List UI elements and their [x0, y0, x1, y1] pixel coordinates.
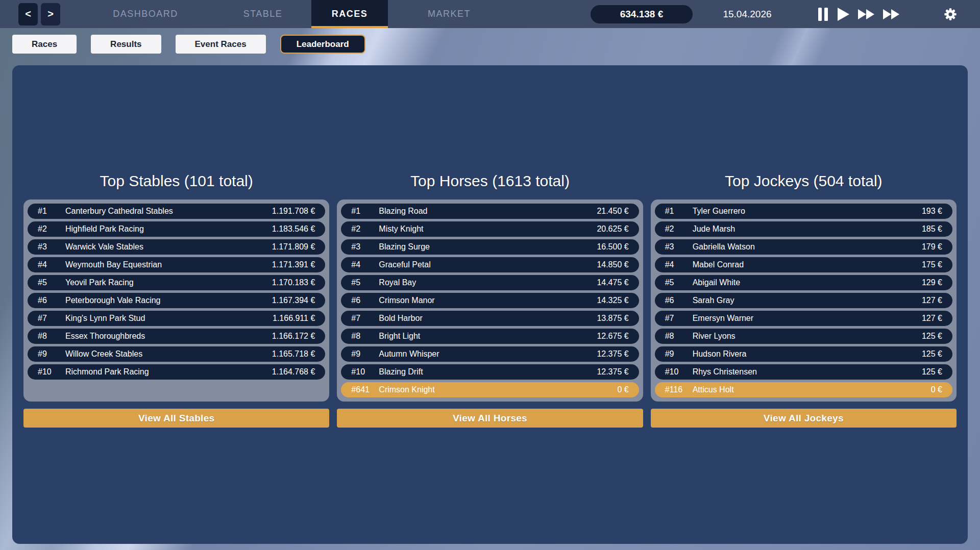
list-item[interactable]: #4Graceful Petal14.850 €	[341, 257, 639, 272]
list-item[interactable]: #5Yeovil Park Racing1.170.183 €	[28, 275, 325, 290]
subnav-event-races-button[interactable]: Event Races	[176, 35, 266, 54]
tab-dashboard[interactable]: DASHBOARD	[77, 0, 214, 28]
list-item[interactable]: #10Rhys Christensen125 €	[655, 364, 952, 380]
top-jockeys-list: #1Tyler Guerrero193 €#2Jude Marsh185 €#3…	[651, 199, 957, 402]
entry-name: Autumn Whisper	[379, 349, 593, 359]
top-stables-list: #1Canterbury Cathedral Stables1.191.708 …	[23, 199, 329, 402]
entry-name: Atticus Holt	[693, 385, 927, 394]
entry-value: 185 €	[922, 224, 942, 234]
entry-name: Canterbury Cathedral Stables	[65, 207, 268, 216]
pause-icon[interactable]	[818, 7, 829, 21]
entry-value: 20.625 €	[597, 224, 628, 234]
rank-label: #4	[665, 260, 693, 269]
top-horses-list: #1Blazing Road21.450 €#2Misty Knight20.6…	[337, 199, 643, 402]
list-item[interactable]: #1Canterbury Cathedral Stables1.191.708 …	[28, 204, 325, 219]
entry-value: 14.475 €	[597, 278, 628, 287]
play-icon[interactable]	[837, 7, 850, 21]
top-stables-title: Top Stables (101 total)	[23, 172, 329, 190]
leaderboard-panel: Top Stables (101 total) #1Canterbury Cat…	[12, 65, 968, 544]
list-item[interactable]: #5Royal Bay14.475 €	[341, 275, 639, 290]
list-item[interactable]: #9Hudson Rivera125 €	[655, 346, 952, 362]
list-item[interactable]: #5Abigail White129 €	[655, 275, 952, 290]
view-all-horses-button[interactable]: View All Horses	[337, 409, 643, 428]
entry-name: Gabriella Watson	[693, 242, 918, 252]
list-item[interactable]: #6Crimson Manor14.325 €	[341, 293, 639, 308]
entry-name: Sarah Gray	[693, 296, 918, 305]
subnav-races-button[interactable]: Races	[12, 35, 77, 54]
list-item[interactable]: #7Emersyn Warner127 €	[655, 311, 952, 326]
subnav-results-button[interactable]: Results	[91, 35, 161, 54]
rank-label: #4	[38, 260, 65, 269]
forward-button[interactable]: >	[41, 3, 60, 26]
view-all-stables-button[interactable]: View All Stables	[23, 409, 329, 428]
rank-label: #5	[38, 278, 65, 287]
entry-name: Misty Knight	[379, 224, 593, 234]
back-button[interactable]: <	[18, 3, 38, 26]
entry-value: 0 €	[617, 385, 628, 394]
list-item[interactable]: #8Essex Thoroughbreds1.166.172 €	[28, 329, 325, 344]
fast-forward-icon[interactable]	[857, 8, 875, 20]
list-item[interactable]: #7Bold Harbor13.875 €	[341, 311, 639, 326]
balance-display: 634.138 €	[591, 5, 693, 23]
entry-name: Weymouth Bay Equestrian	[65, 260, 268, 269]
entry-name: Highfield Park Racing	[65, 224, 268, 234]
time-controls	[818, 7, 900, 21]
entry-value: 125 €	[922, 367, 942, 377]
rank-label: #7	[665, 314, 693, 323]
entry-value: 179 €	[922, 242, 942, 252]
entry-value: 125 €	[922, 332, 942, 341]
list-item[interactable]: #1Blazing Road21.450 €	[341, 204, 639, 219]
list-item[interactable]: #2Highfield Park Racing1.183.546 €	[28, 221, 325, 237]
list-item[interactable]: #3Gabriella Watson179 €	[655, 239, 952, 255]
list-item[interactable]: #1Tyler Guerrero193 €	[655, 204, 952, 219]
list-item[interactable]: #2Misty Knight20.625 €	[341, 221, 639, 237]
entry-value: 1.171.809 €	[272, 242, 315, 252]
list-item[interactable]: #116Atticus Holt0 €	[655, 382, 952, 397]
gear-icon[interactable]	[943, 7, 958, 21]
list-item[interactable]: #4Weymouth Bay Equestrian1.171.391 €	[28, 257, 325, 272]
rank-label: #9	[38, 349, 65, 359]
list-item[interactable]: #6Sarah Gray127 €	[655, 293, 952, 308]
entry-value: 12.375 €	[597, 349, 628, 359]
topbar-right-group: 634.138 € 15.04.2026	[591, 5, 980, 23]
entry-value: 1.170.183 €	[272, 278, 315, 287]
rank-label: #6	[38, 296, 65, 305]
entry-name: Mabel Conrad	[693, 260, 918, 269]
entry-value: 1.167.394 €	[272, 296, 315, 305]
tab-stable[interactable]: STABLE	[214, 0, 311, 28]
rank-label: #10	[351, 367, 379, 377]
list-item[interactable]: #4Mabel Conrad175 €	[655, 257, 952, 272]
rank-label: #1	[38, 207, 65, 216]
fastest-forward-icon[interactable]	[883, 8, 900, 20]
list-item[interactable]: #6Peterborough Vale Racing1.167.394 €	[28, 293, 325, 308]
entry-name: Graceful Petal	[379, 260, 593, 269]
list-item[interactable]: #10Blazing Drift12.375 €	[341, 364, 639, 380]
list-item[interactable]: #641Crimson Knight0 €	[341, 382, 639, 397]
list-item[interactable]: #9Autumn Whisper12.375 €	[341, 346, 639, 362]
rank-label: #8	[351, 332, 379, 341]
tab-market[interactable]: MARKET	[388, 0, 510, 28]
entry-name: Royal Bay	[379, 278, 593, 287]
entry-value: 1.183.546 €	[272, 224, 315, 234]
list-item[interactable]: #7King's Lynn Park Stud1.166.911 €	[28, 311, 325, 326]
entry-name: Yeovil Park Racing	[65, 278, 268, 287]
list-item[interactable]: #10Richmond Park Racing1.164.768 €	[28, 364, 325, 380]
rank-label: #3	[38, 242, 65, 252]
list-item[interactable]: #8River Lyons125 €	[655, 329, 952, 344]
list-item[interactable]: #8Bright Light12.675 €	[341, 329, 639, 344]
entry-value: 1.191.708 €	[272, 207, 315, 216]
list-item[interactable]: #2Jude Marsh185 €	[655, 221, 952, 237]
subnav-leaderboard-button[interactable]: Leaderboard	[280, 35, 365, 54]
game-date: 15.04.2026	[722, 9, 773, 20]
rank-label: #9	[665, 349, 693, 359]
entry-value: 16.500 €	[597, 242, 628, 252]
rank-label: #2	[38, 224, 65, 234]
view-all-jockeys-button[interactable]: View All Jockeys	[651, 409, 957, 428]
list-item[interactable]: #3Warwick Vale Stables1.171.809 €	[28, 239, 325, 255]
tab-races[interactable]: RACES	[311, 0, 388, 28]
entry-name: Abigail White	[693, 278, 918, 287]
list-item[interactable]: #3Blazing Surge16.500 €	[341, 239, 639, 255]
rank-label: #8	[38, 332, 65, 341]
entry-value: 1.166.172 €	[272, 332, 315, 341]
list-item[interactable]: #9Willow Creek Stables1.165.718 €	[28, 346, 325, 362]
